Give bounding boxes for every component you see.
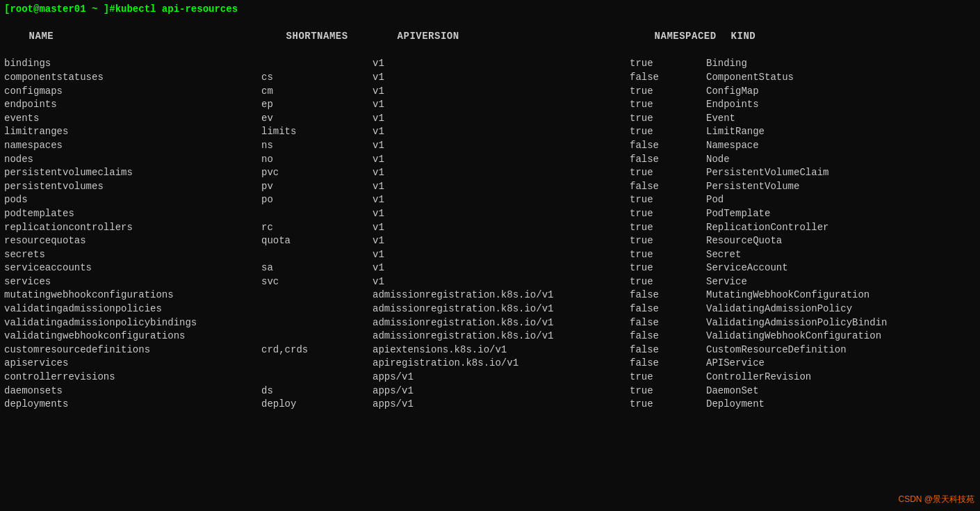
table-row: componentstatusescsv1falseComponentStatu… [4,71,976,85]
row-apiversion: admissionregistration.k8s.io/v1 [373,316,630,330]
row-name: podtemplates [4,207,261,221]
row-name: validatingadmissionpolicybindings [4,316,261,330]
table-row: persistentvolumeclaimspvcv1truePersisten… [4,166,976,180]
row-kind: Pod [706,193,724,207]
row-name: events [4,112,261,126]
row-apiversion: v1 [373,71,630,85]
row-kind: Service [706,275,747,289]
row-name: endpoints [4,98,261,112]
row-apiversion: v1 [373,125,630,139]
table-row: bindingsv1trueBinding [4,57,976,71]
table-row: secretsv1trueSecret [4,248,976,262]
row-kind: Binding [706,57,747,71]
table-row: resourcequotasquotav1trueResourceQuota [4,234,976,248]
header-shortnames: SHORTNAMES [286,30,398,44]
row-shortnames: svc [261,275,373,289]
table-row: deploymentsdeployapps/v1trueDeployment [4,398,976,412]
row-shortnames: po [261,193,373,207]
row-namespaced: false [630,316,706,330]
row-kind: ReplicationController [706,221,828,235]
row-shortnames: ev [261,112,373,126]
table-row: serviceaccountssav1trueServiceAccount [4,261,976,275]
row-namespaced: true [630,98,706,112]
header-kind: KIND [731,30,756,44]
row-shortnames: pv [261,180,373,194]
row-kind: ComponentStatus [706,71,794,85]
row-namespaced: false [630,180,706,194]
watermark: CSDN @景天科技苑 [898,494,974,505]
row-name: validatingadmissionpolicies [4,302,261,316]
table-row: limitrangeslimitsv1trueLimitRange [4,125,976,139]
row-apiversion: v1 [373,180,630,194]
row-kind: Node [706,153,730,167]
row-apiversion: v1 [373,248,630,262]
row-namespaced: false [630,139,706,153]
row-kind: Namespace [706,139,759,153]
row-kind: ResourceQuota [706,234,782,248]
row-shortnames: pvc [261,166,373,180]
row-apiversion: v1 [373,275,630,289]
row-namespaced: true [630,398,706,412]
header-apiversion: APIVERSION [398,30,655,44]
row-apiversion: apiextensions.k8s.io/v1 [373,343,630,357]
row-namespaced: false [630,153,706,167]
row-shortnames: cm [261,85,373,99]
header-name: NAME [29,30,286,44]
table-row: podtemplatesv1truePodTemplate [4,207,976,221]
row-namespaced: true [630,193,706,207]
row-apiversion: v1 [373,166,630,180]
row-apiversion: v1 [373,193,630,207]
table-row: customresourcedefinitionscrd,crdsapiexte… [4,343,976,357]
row-name: controllerrevisions [4,371,261,384]
table-row: validatingadmissionpoliciesadmissionregi… [4,302,976,316]
row-apiversion: apps/v1 [373,398,630,412]
table-row: servicessvcv1trueService [4,275,976,289]
row-namespaced: true [630,234,706,248]
row-apiversion: v1 [373,112,630,126]
table-row: podspov1truePod [4,193,976,207]
table-row: controllerrevisionsapps/v1trueController… [4,371,976,384]
row-apiversion: v1 [373,207,630,221]
table-row: validatingadmissionpolicybindingsadmissi… [4,316,976,330]
row-apiversion: apiregistration.k8s.io/v1 [373,357,630,371]
row-namespaced: false [630,71,706,85]
row-namespaced: true [630,112,706,126]
row-kind: CustomResourceDefinition [706,343,847,357]
row-apiversion: v1 [373,139,630,153]
row-name: apiservices [4,357,261,371]
row-kind: ServiceAccount [706,261,788,275]
row-kind: ConfigMap [706,85,759,99]
table-row: validatingwebhookconfigurationsadmission… [4,330,976,343]
row-name: secrets [4,248,261,262]
row-name: deployments [4,398,261,412]
row-name: nodes [4,153,261,167]
row-name: replicationcontrollers [4,221,261,235]
table-row: mutatingwebhookconfigurationsadmissionre… [4,289,976,302]
table-header: NAMESHORTNAMESAPIVERSIONNAMESPACEDKIND [4,17,976,58]
row-namespaced: false [630,302,706,316]
row-name: serviceaccounts [4,261,261,275]
row-kind: MutatingWebhookConfiguration [706,289,869,302]
row-namespaced: true [630,85,706,99]
row-shortnames: ep [261,98,373,112]
row-name: persistentvolumes [4,180,261,194]
prompt-line: [root@master01 ~ ]#kubectl api-resources [4,3,976,17]
row-namespaced: true [630,261,706,275]
row-namespaced: true [630,248,706,262]
row-name: validatingwebhookconfigurations [4,330,261,343]
row-kind: APIService [706,357,765,371]
row-name: bindings [4,57,261,71]
row-namespaced: true [630,57,706,71]
table-row: endpointsepv1trueEndpoints [4,98,976,112]
row-kind: ValidatingWebhookConfiguration [706,330,881,343]
row-name: namespaces [4,139,261,153]
row-namespaced: true [630,384,706,398]
row-apiversion: v1 [373,221,630,235]
row-kind: ControllerRevision [706,371,811,384]
row-shortnames: limits [261,125,373,139]
row-shortnames: crd,crds [261,343,373,357]
row-name: services [4,275,261,289]
row-apiversion: apps/v1 [373,384,630,398]
row-kind: ValidatingAdmissionPolicyBindin [706,316,887,330]
table-row: eventsevv1trueEvent [4,112,976,126]
